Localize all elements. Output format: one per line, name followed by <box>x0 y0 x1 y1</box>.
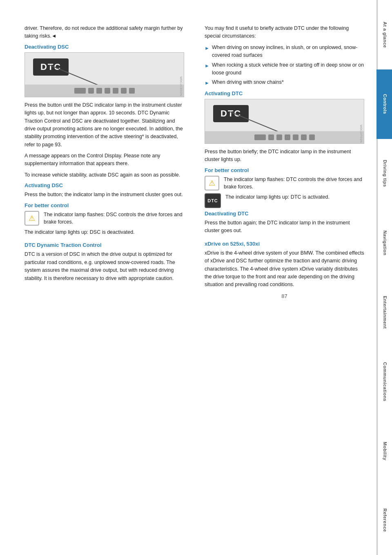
sidebar-tab-mobility[interactable]: Mobility <box>376 416 392 486</box>
sidebar-tab-entertainment[interactable]: Entertainment <box>376 278 392 347</box>
dtc-body: DTC is a version of DSC in which the dri… <box>24 251 184 282</box>
dtc-btn6 <box>301 134 307 140</box>
activating-dtc-body: Press the button briefly; the DTC indica… <box>205 148 364 164</box>
dsc-warning-icon: ⚠ <box>24 211 39 226</box>
sidebar-tab-reference[interactable]: Reference <box>376 486 392 555</box>
sidebar-tab-navigation[interactable]: Navigation <box>376 208 392 278</box>
dtc-heading: DTC Dynamic Traction Control <box>24 242 184 248</box>
watermark-left: W0C2CE02N <box>179 76 183 96</box>
xdrive-body: xDrive is the 4-wheel drive system of yo… <box>205 249 364 289</box>
activating-dtc-heading: Activating DTC <box>205 90 364 96</box>
bullet-item-2: ► When rocking a stuck vehicle free or s… <box>205 61 364 77</box>
dtc-btn2 <box>268 134 274 140</box>
activating-dsc-body: Press the button; the indicator lamp in … <box>24 191 184 199</box>
xdrive-section: xDrive on 525xi, 530xi xDrive is the 4-w… <box>205 241 364 289</box>
deactivating-dsc-section: Deactivating DSC DTC <box>24 44 184 179</box>
dtc-btn4 <box>285 134 290 140</box>
dtc-indicator-flashes-text: The indicator lamp flashes: DTC controls… <box>224 176 364 191</box>
dtc-btn3 <box>276 134 282 140</box>
sidebar-tab-communications[interactable]: Communications <box>376 347 392 416</box>
dsc-btn2 <box>88 88 94 94</box>
for-better-control-right-heading: For better control <box>205 167 364 173</box>
sidebar-tab-at-a-glance[interactable]: At a glance <box>376 0 392 69</box>
dtc-image-bottom-bar <box>205 131 364 143</box>
xdrive-heading: xDrive on 525xi, 530xi <box>205 241 364 247</box>
activating-dsc-section: Activating DSC Press the button; the ind… <box>24 182 184 199</box>
deactivating-dsc-body2: A message appears on the Control Display… <box>24 152 184 168</box>
dsc-btn6 <box>121 88 127 94</box>
dtc-activated-icon: DTC <box>205 193 221 208</box>
bullet-list: ► When driving on snowy inclines, in slu… <box>205 44 364 87</box>
dsc-indicator-lights-text: The indicator lamp lights up: DSC is dea… <box>24 228 184 236</box>
dtc-btn5 <box>293 134 298 140</box>
sidebar: At a glance Controls Driving tips Naviga… <box>376 0 392 555</box>
dsc-btn7 <box>129 88 135 94</box>
right-column: You may find it useful to briefly activa… <box>200 25 364 539</box>
dtc-section: DTC Dynamic Traction Control DTC is a ve… <box>24 242 184 282</box>
bullet-item-3: ► When driving with snow chains* <box>205 78 364 87</box>
dtc-indicator-lights-row: DTC The indicator lamp lights up: DTC is… <box>205 193 364 208</box>
sidebar-tab-driving-tips[interactable]: Driving tips <box>376 139 392 208</box>
deactivating-dsc-body1: Press the button until the DSC indicator… <box>24 101 184 149</box>
left-column: driver. Therefore, do not reduce the add… <box>24 25 188 539</box>
bullet-arrow-1: ► <box>205 45 209 52</box>
dsc-indicator-flashes-row: ⚠ The indicator lamp flashes: DSC contro… <box>24 211 184 226</box>
bullet-item-1: ► When driving on snowy inclines, in slu… <box>205 44 364 60</box>
bullet-text-1: When driving on snowy inclines, in slush… <box>212 44 364 60</box>
bullet-text-3: When driving with snow chains* <box>212 78 284 86</box>
deactivating-dsc-heading: Deactivating DSC <box>24 44 184 50</box>
deactivating-dtc-heading: Deactivating DTC <box>205 210 364 217</box>
dtc-indicator-flashes-row: ⚠ The indicator lamp flashes: DTC contro… <box>205 176 364 191</box>
activating-dsc-heading: Activating DSC <box>24 182 184 188</box>
sidebar-tab-controls[interactable]: Controls <box>376 69 392 139</box>
dtc-indicator-lights-text: The indicator lamp lights up: DTC is act… <box>225 193 330 201</box>
deactivating-dsc-image: DTC W0C2CE02N <box>24 52 184 97</box>
dsc-btn5 <box>113 88 118 94</box>
dsc-btn4 <box>105 88 110 94</box>
dsc-indicator-flashes-text: The indicator lamp flashes: DSC controls… <box>44 211 184 226</box>
bullet-text-2: When rocking a stuck vehicle free or sta… <box>212 61 364 77</box>
dtc-warning-icon: ⚠ <box>205 176 219 190</box>
activating-dtc-section: Activating DTC DTC <box>205 90 364 164</box>
intro-text-right: You may find it useful to briefly activa… <box>205 25 364 40</box>
dtc-btn7 <box>309 134 315 140</box>
page-number: 87 <box>205 293 364 299</box>
deactivating-dsc-body3: To increase vehicle stability, activate … <box>24 171 184 179</box>
bullet-arrow-2: ► <box>205 62 209 70</box>
for-better-control-left-heading: For better control <box>24 202 184 208</box>
dtc-btn1 <box>254 134 266 140</box>
dsc-lights-text: The indicator lamp lights up: DSC is dea… <box>24 229 135 235</box>
dsc-btn1 <box>74 88 86 94</box>
for-better-control-right-section: For better control ⚠ The indicator lamp … <box>205 167 364 208</box>
for-better-control-left-section: For better control ⚠ The indicator lamp … <box>24 202 184 237</box>
deactivating-dtc-body: Press the button again; the DTC indicato… <box>205 219 364 235</box>
bullet-arrow-3: ► <box>205 79 209 87</box>
intro-text-left: driver. Therefore, do not reduce the add… <box>24 25 184 40</box>
deactivating-dtc-section: Deactivating DTC Press the button again;… <box>205 210 364 235</box>
dsc-btn3 <box>96 88 102 94</box>
watermark-right: W0C2IT01N <box>359 125 363 143</box>
activating-dtc-image: DTC W0C2IT01N <box>205 99 364 144</box>
dsc-image-bottom-bar <box>25 85 184 97</box>
